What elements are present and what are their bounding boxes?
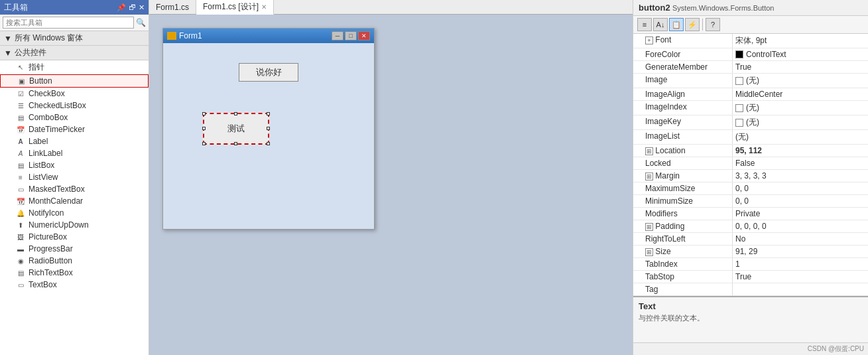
props-row-size[interactable]: ⊞ Size 91, 29 xyxy=(633,246,868,258)
toolbox-item-textbox[interactable]: ▭ TextBox xyxy=(0,279,149,291)
props-row-tag[interactable]: Tag xyxy=(633,283,868,296)
props-row-modifiers[interactable]: Modifiers Private xyxy=(633,208,868,220)
props-row-imagelist[interactable]: ImageList (无) xyxy=(633,130,868,145)
props-alphabetical-btn[interactable]: A↓ xyxy=(653,18,668,31)
prop-value-tabstop: True xyxy=(733,271,868,283)
prop-value-minimumsize: 0, 0 xyxy=(733,195,868,207)
common-controls-label: 公共控件 xyxy=(15,47,46,58)
toolbox-section-common[interactable]: ▼ 公共控件 xyxy=(0,46,149,60)
props-events-btn[interactable]: ⚡ xyxy=(685,18,700,31)
toolbox-item-picturebox[interactable]: 🖼 PictureBox xyxy=(0,231,149,243)
restore-icon[interactable]: 🗗 xyxy=(129,3,136,12)
button-test-selected[interactable]: 测试 xyxy=(203,113,269,145)
close-button[interactable]: ✕ xyxy=(358,31,370,40)
designer-panel: Form1.cs Form1.cs [设计] ✕ Form1 ─ □ ✕ xyxy=(149,0,633,355)
toolbox-item-button[interactable]: ▣ Button xyxy=(0,74,149,88)
prop-name-size: ⊞ Size xyxy=(633,246,733,257)
toolbox-item-listbox[interactable]: ▤ ListBox xyxy=(0,159,149,171)
prop-name-locked: Locked xyxy=(633,157,733,169)
search-input[interactable] xyxy=(3,17,134,29)
props-categorized-btn[interactable]: ≡ xyxy=(637,18,652,31)
toolbox-item-numericupdown[interactable]: ⬆ NumericUpDown xyxy=(0,219,149,231)
toolbox-item-datetimepicker[interactable]: 📅 DateTimePicker xyxy=(0,123,149,135)
props-object-name: button2 xyxy=(639,3,670,13)
props-row-padding[interactable]: ⊞ Padding 0, 0, 0, 0 xyxy=(633,220,868,233)
prop-name-imagealign: ImageAlign xyxy=(633,88,733,100)
expand-icon-margin[interactable]: ⊞ xyxy=(645,173,653,180)
toolbox-item-label-text: RichTextBox xyxy=(29,268,73,277)
toolbox-item-label-text: TextBox xyxy=(29,280,57,289)
toolbox-item-checkedlistbox[interactable]: ☰ CheckedListBox xyxy=(0,100,149,111)
props-row-generatemember[interactable]: GenerateMember True xyxy=(633,61,868,74)
props-properties-btn[interactable]: 📋 xyxy=(669,18,684,31)
handle-tm xyxy=(234,112,237,115)
button-saynihao[interactable]: 说你好 xyxy=(239,63,298,82)
toolbox-item-maskedtextbox[interactable]: ▭ MaskedTextBox xyxy=(0,183,149,195)
props-row-locked[interactable]: Locked False xyxy=(633,157,868,170)
props-row-tabstop[interactable]: TabStop True xyxy=(633,271,868,283)
toolbox-item-listview[interactable]: ≡ ListView xyxy=(0,171,149,183)
form-icon xyxy=(167,32,176,40)
props-help-btn[interactable]: ? xyxy=(706,18,720,31)
props-row-image[interactable]: Image (无) xyxy=(633,74,868,88)
expand-icon-size[interactable]: ⊞ xyxy=(645,248,653,256)
handle-tr xyxy=(267,112,270,115)
toolbox-item-label[interactable]: A Label xyxy=(0,135,149,147)
props-row-font[interactable]: + Font 宋体, 9pt xyxy=(633,34,868,48)
pointer-icon: ↖ xyxy=(16,63,25,72)
props-row-minimumsize[interactable]: MinimumSize 0, 0 xyxy=(633,195,868,208)
props-row-imageindex[interactable]: ImageIndex (无) xyxy=(633,101,868,115)
toolbox-section-all-windows[interactable]: ▼ 所有 Windows 窗体 xyxy=(0,31,149,46)
textbox-icon: ▭ xyxy=(16,280,25,289)
handle-tl xyxy=(202,112,206,115)
notifyicon-icon: 🔔 xyxy=(16,208,25,218)
imagekey-checkbox xyxy=(735,119,743,127)
toolbox-item-richtextbox[interactable]: ▤ RichTextBox xyxy=(0,267,149,279)
props-row-imagekey[interactable]: ImageKey (无) xyxy=(633,115,868,130)
properties-panel: button2 System.Windows.Forms.Button ≡ A↓… xyxy=(633,0,868,355)
footer-text: CSDN @假蛋:CPU xyxy=(808,344,864,354)
toolbox-item-combobox[interactable]: ▤ ComboBox xyxy=(0,111,149,123)
prop-value-tabindex: 1 xyxy=(733,258,868,270)
props-row-tabindex[interactable]: TabIndex 1 xyxy=(633,258,868,271)
tab-form1cs-design[interactable]: Form1.cs [设计] ✕ xyxy=(196,0,274,15)
toolbox-item-notifyicon[interactable]: 🔔 NotifyIcon xyxy=(0,207,149,219)
tab-close-icon[interactable]: ✕ xyxy=(261,3,267,11)
prop-name-generatemember: GenerateMember xyxy=(633,61,733,73)
expand-icon-location[interactable]: ⊞ xyxy=(645,147,653,155)
maximize-button[interactable]: □ xyxy=(345,31,357,40)
toolbox-title: 工具箱 xyxy=(4,2,28,13)
expand-icon-font[interactable]: + xyxy=(645,36,653,44)
toolbox-item-checkbox[interactable]: ☑ CheckBox xyxy=(0,88,149,100)
toolbox-item-progressbar[interactable]: ▬ ProgressBar xyxy=(0,243,149,255)
expand-icon-padding[interactable]: ⊞ xyxy=(645,223,653,231)
props-row-forecolor[interactable]: ForeColor ControlText xyxy=(633,48,868,61)
props-row-maximumsize[interactable]: MaximumSize 0, 0 xyxy=(633,182,868,195)
form-title: Form1 xyxy=(179,31,202,40)
toolbox-item-label-text: PictureBox xyxy=(29,232,67,242)
prop-name-padding: ⊞ Padding xyxy=(633,220,733,232)
toolbox-item-label: ComboBox xyxy=(29,113,68,122)
designer-area[interactable]: Form1 ─ □ ✕ 说你好 xyxy=(149,15,633,355)
props-row-margin[interactable]: ⊞ Margin 3, 3, 3, 3 xyxy=(633,170,868,182)
props-row-imagealign[interactable]: ImageAlign MiddleCenter xyxy=(633,88,868,101)
prop-name-forecolor: ForeColor xyxy=(633,48,733,60)
toolbox-item-label-text: LinkLabel xyxy=(29,149,62,158)
props-row-location[interactable]: ⊞ Location 95, 112 xyxy=(633,145,868,157)
toolbox-item-radiobutton[interactable]: ◉ RadioButton xyxy=(0,255,149,267)
toolbox-item-monthcalendar[interactable]: 📆 MonthCalendar xyxy=(0,195,149,207)
toolbox-item-pointer[interactable]: ↖ 指针 xyxy=(0,60,149,74)
close-icon[interactable]: ✕ xyxy=(139,3,145,12)
prop-value-tag xyxy=(733,283,868,295)
toolbox-list: ▼ 所有 Windows 窗体 ▼ 公共控件 ↖ 指针 ▣ Button ☑ C… xyxy=(0,31,149,355)
prop-name-maximumsize: MaximumSize xyxy=(633,182,733,194)
linklabel-icon: A xyxy=(16,149,25,158)
prop-value-imageindex: (无) xyxy=(733,101,868,115)
minimize-button[interactable]: ─ xyxy=(332,31,343,40)
datetimepicker-icon: 📅 xyxy=(16,125,25,134)
toolbox-item-linklabel[interactable]: A LinkLabel xyxy=(0,147,149,159)
pin-icon[interactable]: 📌 xyxy=(117,3,126,12)
tab-form1cs[interactable]: Form1.cs xyxy=(149,0,196,14)
props-row-righttoleft[interactable]: RightToLeft No xyxy=(633,233,868,246)
all-windows-label: 所有 Windows 窗体 xyxy=(15,33,83,44)
